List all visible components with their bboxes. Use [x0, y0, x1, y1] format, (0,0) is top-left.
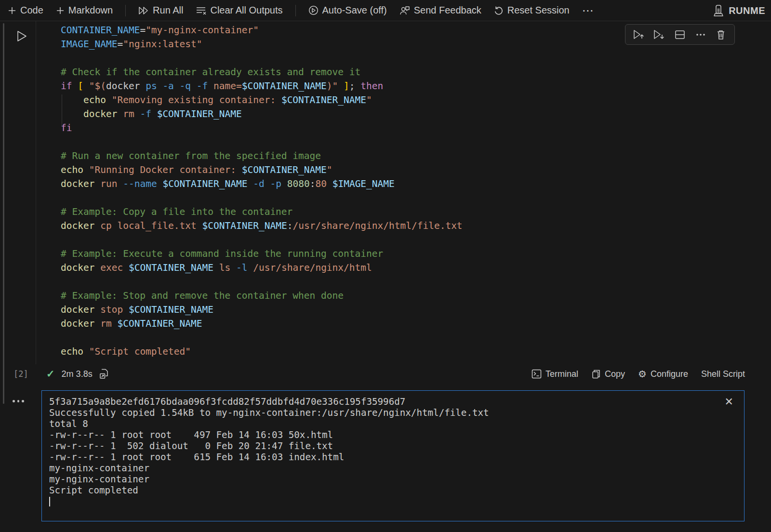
copy-icon: [591, 369, 601, 379]
send-feedback-button[interactable]: Send Feedback: [399, 5, 481, 16]
terminal-icon: [532, 369, 542, 379]
runme-label: RUNME: [729, 5, 765, 16]
feedback-icon: [399, 6, 410, 15]
add-code-button[interactable]: Code: [8, 5, 43, 16]
copy-button[interactable]: Copy: [591, 369, 625, 379]
copy-label: Copy: [605, 369, 625, 379]
clear-all-outputs-button[interactable]: Clear All Outputs: [196, 5, 282, 16]
export-output-icon[interactable]: [99, 369, 109, 379]
play-icon: [16, 30, 27, 42]
toolbar-more-button[interactable]: ⋯: [582, 4, 595, 17]
split-cell-button[interactable]: [673, 27, 687, 42]
cell-more-actions-button[interactable]: [693, 27, 708, 42]
notebook-toolbar: Code Markdown Run All Clear All Outputs: [0, 0, 771, 21]
add-markdown-button[interactable]: Markdown: [56, 5, 113, 16]
clear-all-outputs-label: Clear All Outputs: [210, 5, 282, 16]
success-check-icon: ✓: [46, 368, 55, 380]
ellipsis-icon: ⋯: [582, 4, 595, 17]
toolbar-separator: [125, 5, 126, 16]
output-text: 5f3a715a9a8be2efd6176bdaa096f3fcdd82f57d…: [49, 396, 489, 506]
reset-icon: [494, 6, 504, 15]
run-all-label: Run All: [153, 5, 183, 16]
cell-output-panel: ✕ 5f3a715a9a8be2efd6176bdaa096f3fcdd82f5…: [41, 390, 744, 521]
configure-label: Configure: [651, 369, 688, 379]
toolbar-separator: [295, 5, 296, 16]
cell-focus-indicator: [3, 23, 4, 404]
code-editor[interactable]: CONTAINER_NAME="my-nginx-container"IMAGE…: [61, 23, 463, 359]
add-code-label: Code: [20, 5, 43, 16]
terminal-button[interactable]: Terminal: [532, 369, 578, 379]
delete-cell-button[interactable]: [714, 27, 728, 42]
reset-session-label: Reset Session: [507, 5, 570, 16]
execution-time: 2m 3.8s: [62, 369, 93, 379]
language-label: Shell Script: [701, 369, 745, 379]
execute-below-button[interactable]: [652, 27, 666, 42]
clear-outputs-icon: [196, 6, 206, 15]
cell-status-bar: [2] ✓ 2m 3.8s Terminal: [0, 364, 771, 384]
terminal-label: Terminal: [545, 369, 578, 379]
execute-above-button[interactable]: [632, 27, 646, 42]
language-picker[interactable]: Shell Script: [701, 369, 745, 379]
run-all-icon: [138, 6, 149, 15]
indent-guide: [62, 94, 62, 125]
run-all-button[interactable]: Run All: [138, 5, 183, 16]
close-output-icon[interactable]: ✕: [725, 396, 733, 408]
add-markdown-label: Markdown: [68, 5, 113, 16]
plus-icon: [8, 6, 16, 15]
notebook-cell: CONTAINER_NAME="my-nginx-container"IMAGE…: [0, 21, 771, 384]
runme-brand: RUNME: [713, 0, 765, 21]
auto-save-icon: [308, 5, 319, 15]
send-feedback-label: Send Feedback: [414, 5, 481, 16]
reset-session-button[interactable]: Reset Session: [494, 5, 570, 16]
auto-save-toggle[interactable]: Auto-Save (off): [308, 5, 387, 16]
cell-action-toolbar: [625, 24, 735, 45]
gear-icon: ⚙: [638, 369, 647, 379]
text-cursor: [49, 497, 50, 506]
configure-button[interactable]: ⚙ Configure: [638, 369, 688, 379]
editor-divider: [36, 21, 36, 364]
auto-save-label: Auto-Save (off): [322, 5, 387, 16]
plus-icon: [56, 6, 65, 15]
execution-count: [2]: [13, 369, 28, 379]
output-more-button[interactable]: [13, 400, 24, 402]
runme-logo-icon: [713, 4, 724, 17]
run-cell-button[interactable]: [14, 29, 29, 43]
